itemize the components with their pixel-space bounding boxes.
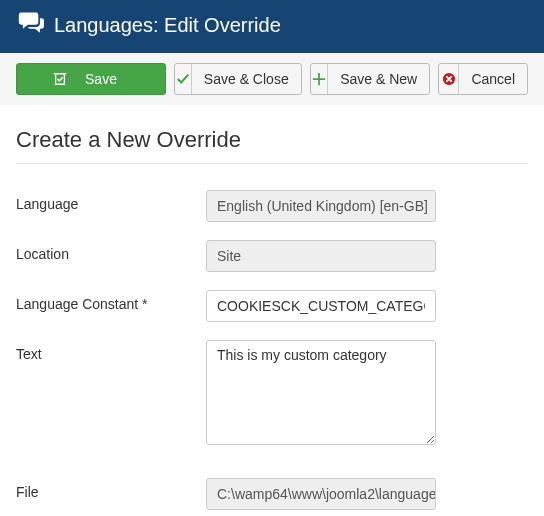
plus-icon (311, 64, 328, 94)
cancel-label: Cancel (459, 72, 527, 86)
page-header-title: Languages: Edit Override (54, 14, 281, 37)
page-header: Languages: Edit Override (0, 0, 544, 53)
content-area: Create a New Override Language English (… (0, 105, 544, 516)
check-icon (175, 64, 192, 94)
label-language-constant: Language Constant * (16, 290, 206, 312)
row-file: File C:\wamp64\www\joomla2\language\ (16, 478, 528, 510)
cancel-button[interactable]: Cancel (438, 63, 528, 95)
row-language-constant: Language Constant * (16, 290, 528, 322)
value-file: C:\wamp64\www\joomla2\language\ (206, 478, 436, 510)
row-location: Location Site (16, 240, 528, 272)
row-text: Text <span></span> (16, 340, 528, 448)
save-button[interactable]: Save (16, 63, 166, 95)
label-language: Language (16, 190, 206, 212)
page-title: Create a New Override (16, 127, 528, 153)
cancel-icon (439, 64, 459, 94)
toolbar: Save Save & Close Save & New Cancel (0, 53, 544, 105)
save-button-label: Save (73, 72, 129, 86)
save-new-label: Save & New (328, 72, 429, 86)
comments-icon (18, 10, 54, 41)
divider (16, 163, 528, 164)
label-file: File (16, 478, 206, 500)
save-new-button[interactable]: Save & New (310, 63, 431, 95)
input-language-constant[interactable] (206, 290, 436, 322)
label-location: Location (16, 240, 206, 262)
save-close-label: Save & Close (192, 72, 301, 86)
value-location: Site (206, 240, 436, 272)
apply-icon (53, 64, 67, 94)
textarea-text[interactable]: <span></span> (206, 340, 436, 445)
value-language: English (United Kingdom) [en-GB] (206, 190, 436, 222)
row-language: Language English (United Kingdom) [en-GB… (16, 190, 528, 222)
label-text: Text (16, 340, 206, 362)
save-close-button[interactable]: Save & Close (174, 63, 302, 95)
